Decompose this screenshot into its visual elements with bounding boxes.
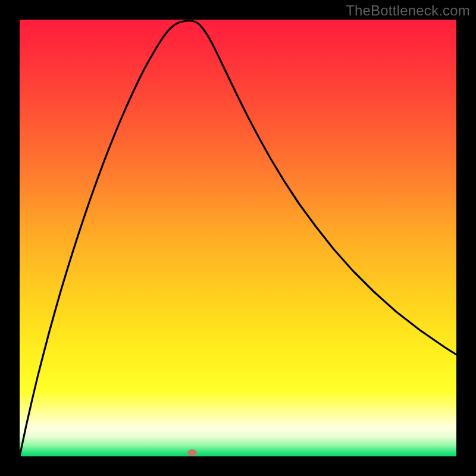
chart-frame: TheBottleneck.com <box>0 0 476 476</box>
optimum-marker <box>187 449 197 456</box>
gradient-background <box>20 20 456 456</box>
bottleneck-chart <box>20 20 456 456</box>
plot-area <box>20 20 456 456</box>
watermark-text: TheBottleneck.com <box>346 2 470 19</box>
